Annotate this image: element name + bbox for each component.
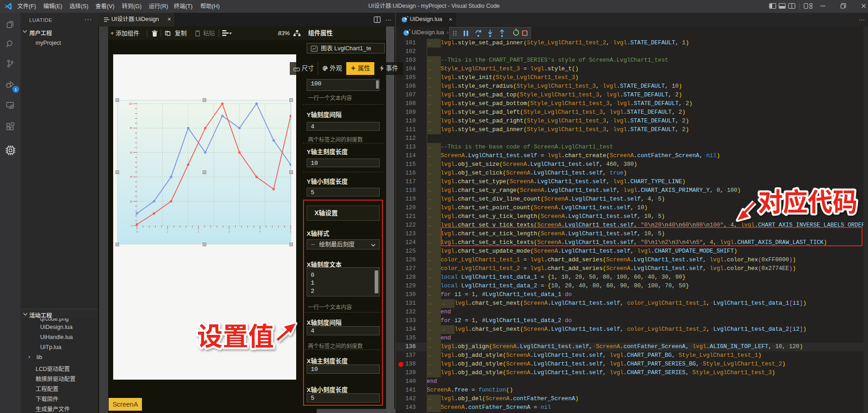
svg-text:20: 20 [130,201,133,203]
svg-text:3: 3 [229,231,230,233]
svg-text:0: 0 [131,225,132,227]
svg-text:2: 2 [198,231,199,233]
svg-text:40: 40 [130,176,133,178]
svg-text:5: 5 [290,231,291,233]
svg-text:1: 1 [167,231,168,233]
svg-text:4: 4 [259,231,261,233]
svg-text:0: 0 [136,231,138,233]
svg-text:60: 60 [130,152,133,154]
svg-text:80: 80 [130,127,133,129]
svg-text:100: 100 [129,103,132,105]
